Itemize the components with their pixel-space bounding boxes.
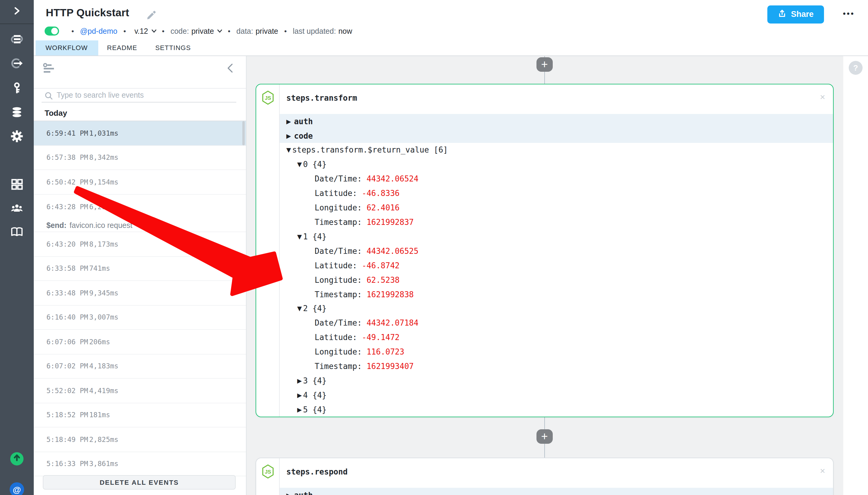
event-time: 5:52:02 PM	[47, 387, 89, 395]
event-list-item[interactable]: 6:59:41 PM 1,031ms	[34, 121, 246, 146]
event-list-item[interactable]: 5:18:49 PM 2,825ms	[34, 427, 246, 452]
collapsed-section-row[interactable]: ▶ auth	[280, 114, 833, 129]
tree-row[interactable]: Timestamp: 1621992837	[280, 215, 833, 229]
tree-field-key: Timestamp:	[315, 362, 362, 371]
account-link[interactable]: @pd-demo	[80, 27, 117, 35]
tab-workflow[interactable]: WORKFLOW	[35, 40, 98, 55]
tree-field-value: 44342.07184	[366, 319, 418, 328]
search-input[interactable]	[57, 91, 236, 100]
sidebar-item-workflows[interactable]	[10, 34, 23, 47]
end-marker-text: favicon.ico request	[70, 221, 132, 229]
expand-triangle-icon[interactable]: ▼	[297, 161, 302, 168]
tree-row[interactable]: Date/Time: 44342.06525	[280, 244, 833, 258]
tree-row[interactable]: ▼ 0 {4}	[280, 157, 833, 172]
close-icon[interactable]: ×	[820, 466, 825, 475]
tree-field-value: 1621993407	[366, 362, 414, 371]
event-time: 6:33:58 PM	[47, 264, 89, 273]
event-list-item[interactable]: 6:57:38 PM 8,342ms	[34, 146, 246, 170]
tree-row[interactable]: ▼ steps.transform.$return_value [6]	[280, 143, 833, 157]
sidebar-expand-button[interactable]	[0, 0, 34, 24]
tree-row[interactable]: ▶ 5 {4}	[280, 403, 833, 417]
tree-row[interactable]: ▶ 3 {4}	[280, 374, 833, 388]
version-selector[interactable]: v.12	[135, 27, 148, 35]
sidebar-item-auth[interactable]	[10, 82, 23, 96]
delete-all-events-button[interactable]: DELETE ALL EVENTS	[43, 475, 236, 490]
tree-node-label: 0 {4}	[303, 160, 326, 169]
event-time: 6:07:02 PM	[47, 362, 89, 371]
expand-triangle-icon[interactable]: ▼	[297, 305, 302, 312]
tree-row[interactable]: ▼ 1 {4}	[280, 229, 833, 244]
event-list-item[interactable]: 6:33:58 PM 741ms	[34, 257, 246, 281]
more-menu-button[interactable]: •••	[843, 9, 855, 18]
expand-triangle-icon[interactable]: ▶	[297, 392, 302, 398]
event-search	[41, 88, 236, 102]
grid-icon	[10, 177, 23, 193]
add-step-button-top[interactable]: +	[537, 57, 553, 72]
step-title: steps.transform	[286, 93, 357, 102]
deploy-button[interactable]	[10, 452, 23, 465]
account-avatar[interactable]: @	[10, 482, 24, 495]
expand-triangle-icon[interactable]: ▼	[286, 147, 291, 153]
step-content: steps.transform × ▶ auth ▶ code	[280, 84, 833, 416]
filter-icon[interactable]	[42, 62, 55, 75]
collapsed-section-row[interactable]: ▶ code	[280, 129, 833, 143]
event-list-item[interactable]: 6:33:48 PM 9,345ms	[34, 281, 246, 305]
event-list-item[interactable]: 5:18:52 PM 181ms	[34, 403, 246, 427]
tree-row[interactable]: ▶ 4 {4}	[280, 388, 833, 403]
scrollbar-thumb[interactable]	[242, 121, 245, 145]
event-list-item[interactable]: 6:07:06 PM 206ms	[34, 330, 246, 354]
event-duration: 4,183ms	[89, 362, 119, 371]
event-list-item[interactable]: 6:43:28 PM 6,293ms	[34, 194, 246, 219]
event-duration: 2,825ms	[89, 435, 119, 444]
event-list-item[interactable]: 6:43:20 PM 8,173ms	[34, 232, 246, 257]
expand-triangle-icon[interactable]: ▶	[297, 377, 302, 384]
tree-field-key: Longitude:	[315, 275, 362, 284]
tree-row[interactable]: Longitude: 62.4016	[280, 201, 833, 215]
event-duration: 3,007ms	[89, 313, 119, 322]
active-toggle[interactable]	[45, 27, 59, 36]
expand-triangle-icon[interactable]: ▶	[297, 406, 302, 413]
event-list-item[interactable]: 5:52:02 PM 4,419ms	[34, 379, 246, 403]
tree-field-key: Latitude:	[315, 333, 357, 342]
code-visibility-selector[interactable]: private	[191, 27, 214, 35]
app-window: @ HTTP Quickstart • @pd-demo • v.12 • co…	[0, 0, 868, 495]
tab-readme[interactable]: README	[98, 40, 146, 55]
step-gutter: JS	[256, 458, 280, 495]
sidebar-item-community[interactable]	[10, 203, 23, 216]
sidebar-item-sql[interactable]	[10, 106, 23, 120]
collapsed-sections: ▶ auth ▶ code	[280, 114, 833, 143]
event-list-item[interactable]: 6:50:42 PM 9,154ms	[34, 170, 246, 194]
help-button[interactable]: ?	[849, 61, 863, 75]
tree-row[interactable]: Date/Time: 44342.07184	[280, 316, 833, 330]
edit-title-button[interactable]	[146, 9, 156, 19]
sidebar-item-sources[interactable]	[10, 58, 23, 71]
tree-row[interactable]: Latitude: -46.8336	[280, 186, 833, 201]
tree-row[interactable]: Latitude: -49.1472	[280, 330, 833, 345]
tree-row[interactable]: ▼ 2 {4}	[280, 302, 833, 316]
tree-field-value: 44342.06524	[366, 174, 418, 184]
tree-row[interactable]: Longitude: 62.5238	[280, 273, 833, 287]
expand-triangle-icon[interactable]: ▶	[286, 118, 291, 124]
expand-triangle-icon[interactable]: ▶	[286, 132, 291, 139]
expand-triangle-icon[interactable]: ▶	[286, 492, 291, 495]
sidebar-item-settings[interactable]	[10, 131, 23, 144]
sidebar-item-docs[interactable]	[10, 227, 23, 240]
tree-row[interactable]: Latitude: -46.8742	[280, 258, 833, 273]
tree-row[interactable]: Timestamp: 1621993407	[280, 359, 833, 374]
share-upload-icon	[778, 9, 787, 20]
event-list-item[interactable]: 6:16:40 PM 3,007ms	[34, 305, 246, 330]
event-list-item[interactable]: 6:07:02 PM 4,183ms	[34, 354, 246, 379]
share-button[interactable]: Share	[767, 5, 824, 23]
close-icon[interactable]: ×	[820, 92, 825, 101]
add-step-button-middle[interactable]: +	[537, 429, 553, 444]
collapsed-section-row[interactable]: ▶ auth	[280, 488, 833, 495]
expand-triangle-icon[interactable]: ▼	[297, 233, 302, 240]
collapse-panel-button[interactable]	[224, 61, 238, 74]
sidebar-item-apps[interactable]	[10, 179, 23, 192]
gear-icon	[10, 129, 23, 145]
tab-settings[interactable]: SETTINGS	[146, 40, 200, 55]
event-list-item[interactable]: 5:16:33 PM 3,861ms	[34, 452, 246, 476]
tree-row[interactable]: Timestamp: 1621992838	[280, 287, 833, 302]
tree-row[interactable]: Longitude: 116.0723	[280, 345, 833, 359]
tree-row[interactable]: Date/Time: 44342.06524	[280, 172, 833, 186]
